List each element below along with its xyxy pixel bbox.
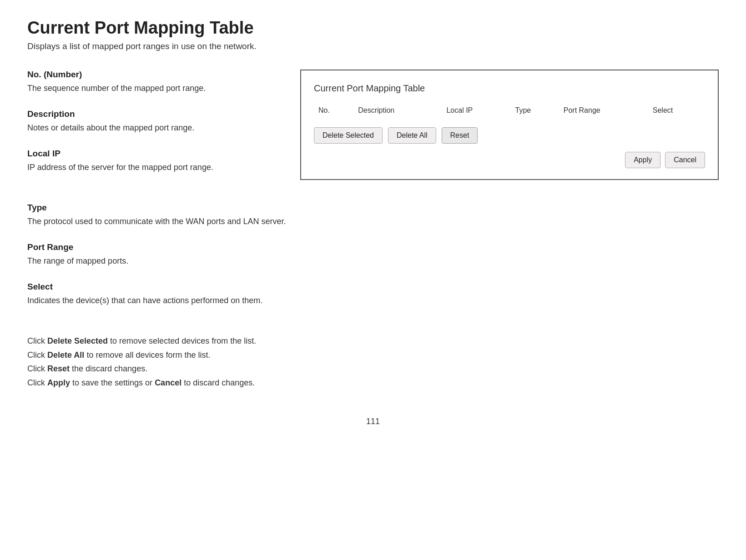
field-no-label: No. (Number) [27, 70, 273, 80]
cancel-button[interactable]: Cancel [665, 152, 705, 168]
bottom-section: Click Delete Selected to remove selected… [27, 334, 719, 390]
lower-field-sections: Type The protocol used to communicate wi… [27, 203, 719, 307]
apply-button[interactable]: Apply [625, 152, 660, 168]
field-no: No. (Number) The sequence number of the … [27, 70, 273, 95]
footer-bold-cancel: Cancel [155, 378, 181, 387]
field-description-label: Description [27, 109, 273, 119]
field-description-desc: Notes or details about the mapped port r… [27, 122, 273, 134]
field-descriptions: No. (Number) The sequence number of the … [27, 70, 273, 188]
footer-line-4: Click Apply to save the settings or Canc… [27, 376, 719, 390]
footer-line-2: Click Delete All to remove all devices f… [27, 348, 719, 362]
field-no-desc: The sequence number of the mapped port r… [27, 82, 273, 95]
field-type-desc: The protocol used to communicate with th… [27, 215, 719, 228]
main-layout: No. (Number) The sequence number of the … [27, 70, 719, 188]
field-port-range: Port Range The range of mapped ports. [27, 242, 719, 267]
field-port-range-desc: The range of mapped ports. [27, 255, 719, 267]
page-subtitle: Displays a list of mapped port ranges in… [27, 41, 719, 51]
field-type-label: Type [27, 203, 719, 213]
table-actions-row: Delete Selected Delete All Reset [314, 127, 705, 144]
col-type: Type [511, 104, 559, 117]
bottom-actions-row: Apply Cancel [314, 152, 705, 168]
field-type: Type The protocol used to communicate wi… [27, 203, 719, 228]
field-select: Select Indicates the device(s) that can … [27, 282, 719, 307]
port-mapping-table: No. Description Local IP Type Port Range… [314, 104, 705, 117]
field-description: Description Notes or details about the m… [27, 109, 273, 134]
page-number: 111 [27, 417, 719, 426]
footer-line-1: Click Delete Selected to remove selected… [27, 334, 719, 348]
delete-selected-button[interactable]: Delete Selected [314, 127, 383, 144]
footer-line-3: Click Reset the discard changes. [27, 362, 719, 376]
page-title: Current Port Mapping Table [27, 18, 719, 38]
footer-bold-apply: Apply [47, 378, 70, 387]
footer-bold-delete-selected: Delete Selected [47, 336, 108, 345]
col-local-ip: Local IP [442, 104, 510, 117]
field-select-desc: Indicates the device(s) that can have ac… [27, 295, 719, 307]
table-panel: Current Port Mapping Table No. Descripti… [300, 70, 719, 180]
footer-bold-reset: Reset [47, 364, 70, 373]
field-select-label: Select [27, 282, 719, 292]
field-port-range-label: Port Range [27, 242, 719, 252]
field-local-ip-label: Local IP [27, 149, 273, 159]
footer-bold-delete-all: Delete All [47, 350, 84, 360]
table-panel-container: Current Port Mapping Table No. Descripti… [300, 70, 719, 180]
col-description: Description [353, 104, 442, 117]
reset-button[interactable]: Reset [442, 127, 478, 144]
col-select: Select [648, 104, 705, 117]
field-local-ip: Local IP IP address of the server for th… [27, 149, 273, 174]
field-local-ip-desc: IP address of the server for the mapped … [27, 161, 273, 174]
col-port-range: Port Range [559, 104, 648, 117]
delete-all-button[interactable]: Delete All [388, 127, 436, 144]
col-no: No. [314, 104, 353, 117]
table-panel-title: Current Port Mapping Table [314, 83, 705, 94]
